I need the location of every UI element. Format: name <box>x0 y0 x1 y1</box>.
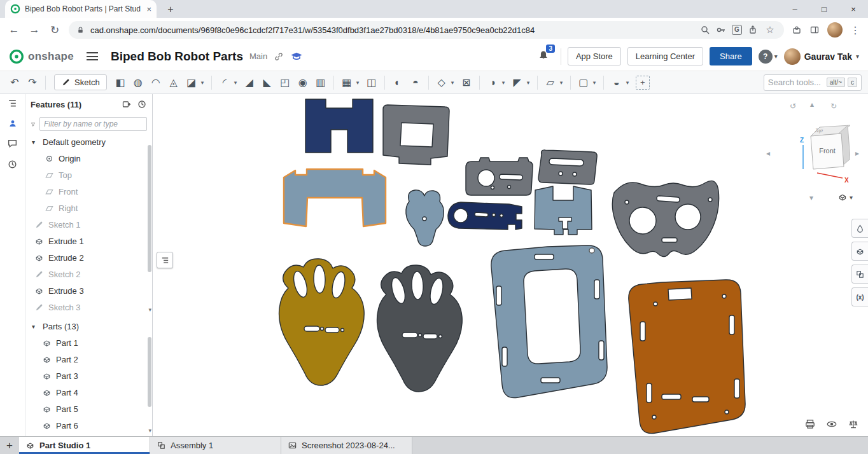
draft-tool[interactable]: ◣ <box>259 74 276 91</box>
close-button[interactable]: × <box>839 0 868 18</box>
tree-item-extrude-2[interactable]: Extrude 2 <box>25 249 152 266</box>
part-batwing-gray[interactable] <box>612 181 718 256</box>
sweep-tool[interactable]: ◠ <box>148 74 164 91</box>
document-title[interactable]: Biped Bob Robot Parts <box>111 50 243 64</box>
section-view-tool[interactable]: ◒ <box>608 74 625 91</box>
tree-item-part-1[interactable]: Part 1 <box>25 334 152 351</box>
named-views-tool[interactable]: ▢ <box>575 74 592 91</box>
shell-tool[interactable]: ◰ <box>277 74 293 91</box>
chevron-down-icon[interactable]: ▾ <box>451 79 457 86</box>
tab-assembly-1[interactable]: Assembly 1 <box>150 437 281 454</box>
variables-panel-button[interactable]: (x) <box>851 287 868 306</box>
part-base-orange[interactable] <box>629 280 745 434</box>
add-tab-button[interactable]: + <box>0 437 19 454</box>
search-tools-input[interactable] <box>768 78 824 87</box>
chevron-down-icon[interactable]: ▾ <box>626 79 632 86</box>
app-store-button[interactable]: App Store <box>568 47 621 65</box>
part-arm-navy[interactable] <box>448 202 522 230</box>
undo-icon[interactable]: ↶ <box>6 74 23 91</box>
caret-right-icon[interactable]: ▸ <box>855 149 859 158</box>
part-u-bracket-selected[interactable] <box>284 169 386 226</box>
workspace-name[interactable]: Main <box>249 52 267 61</box>
tree-item-sketch-1[interactable]: Sketch 1 <box>25 216 152 233</box>
forward-icon[interactable]: → <box>28 24 41 36</box>
view-cube-faces[interactable]: Front Top Z X <box>787 120 850 191</box>
browser-profile-avatar[interactable] <box>827 22 843 38</box>
revolve-tool[interactable]: ◍ <box>130 74 146 91</box>
redo-icon[interactable]: ↷ <box>24 74 41 91</box>
bookmark-star-icon[interactable]: ☆ <box>764 24 776 36</box>
part-plate-gray[interactable] <box>383 105 449 165</box>
caret-up-icon[interactable]: ▴ <box>810 100 814 109</box>
back-icon[interactable]: ← <box>8 24 20 36</box>
snapshot-tool[interactable]: + <box>636 76 650 90</box>
appearance-tool[interactable]: ◑ <box>484 74 501 91</box>
chevron-down-icon[interactable]: ▾ <box>560 79 566 86</box>
extrude-tool[interactable]: ◧ <box>112 74 129 91</box>
view-cube[interactable]: ↺ ▴ ↻ ◂ ▸ ▾ Front Top Z X ▾ <box>755 100 863 210</box>
mirror-tool[interactable]: ◫ <box>363 74 380 91</box>
chevron-down-icon[interactable]: ▾ <box>593 79 599 86</box>
part-small-foot-steel[interactable] <box>406 190 444 246</box>
delete-part-tool[interactable]: ⊠ <box>458 74 475 91</box>
tree-item-origin[interactable]: Origin <box>25 150 152 167</box>
tree-item-part-2[interactable]: Part 2 <box>25 351 152 368</box>
share-page-icon[interactable] <box>748 25 758 35</box>
units-scale-icon[interactable] <box>848 418 859 430</box>
chevron-down-icon[interactable]: ▾ <box>527 79 533 86</box>
display-states-panel-button[interactable] <box>851 265 868 284</box>
part-slot-plate-gray[interactable] <box>538 150 597 184</box>
user-menu[interactable]: Gaurav Tak ▾ <box>784 48 859 65</box>
url-text[interactable]: cad.onshape.com/documents/969f8c0e96c1cd… <box>90 25 694 35</box>
tree-item-default-geometry[interactable]: ▾ Default geometry <box>25 134 152 150</box>
rollback-icon[interactable] <box>137 99 147 109</box>
scroll-down-icon[interactable]: ▾ <box>148 427 151 434</box>
link-icon[interactable] <box>274 52 284 62</box>
plane-tool[interactable]: ▱ <box>542 74 559 91</box>
part-frame-steel[interactable] <box>491 245 607 398</box>
history-icon[interactable] <box>7 159 18 170</box>
tab-screenshot[interactable]: Screenshot 2023-08-24... <box>281 437 412 454</box>
appearance-panel-button[interactable] <box>851 219 868 238</box>
fillet-tool[interactable]: ◜ <box>216 74 233 91</box>
chevron-down-icon[interactable]: ▾ <box>32 323 38 330</box>
tree-item-top-plane[interactable]: Top <box>25 167 152 183</box>
orbit-mode-icon[interactable] <box>826 418 837 430</box>
scroll-down-icon[interactable]: ▾ <box>148 306 151 313</box>
onshape-logo[interactable]: onshape <box>9 49 74 64</box>
follow-mode-icon[interactable] <box>8 119 17 128</box>
extensions-icon[interactable] <box>792 25 802 35</box>
rotate-ccw-icon[interactable]: ↺ <box>790 102 796 111</box>
maximize-button[interactable]: □ <box>809 0 839 18</box>
search-tools-box[interactable]: alt/~ c <box>764 74 862 91</box>
split-tool[interactable]: ◓ <box>407 74 424 91</box>
tree-item-right-plane[interactable]: Right <box>25 200 152 216</box>
boolean-tool[interactable]: ◐ <box>389 74 406 91</box>
parts-panel-button[interactable] <box>851 242 868 261</box>
help-menu[interactable]: ? ▾ <box>759 50 778 64</box>
tree-item-part-4[interactable]: Part 4 <box>25 384 152 401</box>
share-button[interactable]: Share <box>710 47 752 65</box>
translate-icon[interactable]: G <box>732 25 742 35</box>
tree-item-extrude-3[interactable]: Extrude 3 <box>25 282 152 299</box>
sketch-button[interactable]: Sketch <box>54 74 107 90</box>
caret-down-icon[interactable]: ▾ <box>809 193 813 202</box>
rib-tool[interactable]: ▥ <box>312 74 329 91</box>
part-hinge-gray[interactable] <box>466 158 533 195</box>
notifications-bell-icon[interactable]: 3 <box>538 50 549 64</box>
tree-item-part-6[interactable]: Part 6 <box>25 417 152 434</box>
rotate-cw-icon[interactable]: ↻ <box>830 102 837 111</box>
tree-item-extrude-1[interactable]: Extrude 1 <box>25 233 152 249</box>
features-scrollbar[interactable] <box>148 145 151 272</box>
linear-pattern-tool[interactable]: ▦ <box>339 74 355 91</box>
chevron-down-icon[interactable]: ▾ <box>356 79 362 86</box>
thicken-tool[interactable]: ◪ <box>183 74 200 91</box>
part-foot-dark[interactable] <box>377 265 463 392</box>
search-icon[interactable] <box>700 25 710 35</box>
insert-feature-icon[interactable] <box>122 99 132 109</box>
tree-item-sketch-2[interactable]: Sketch 2 <box>25 266 152 282</box>
tab-close-icon[interactable]: × <box>146 4 151 14</box>
feature-list-icon[interactable] <box>7 98 18 109</box>
transform-tool[interactable]: ◇ <box>433 74 450 91</box>
chevron-down-icon[interactable]: ▾ <box>502 79 508 86</box>
